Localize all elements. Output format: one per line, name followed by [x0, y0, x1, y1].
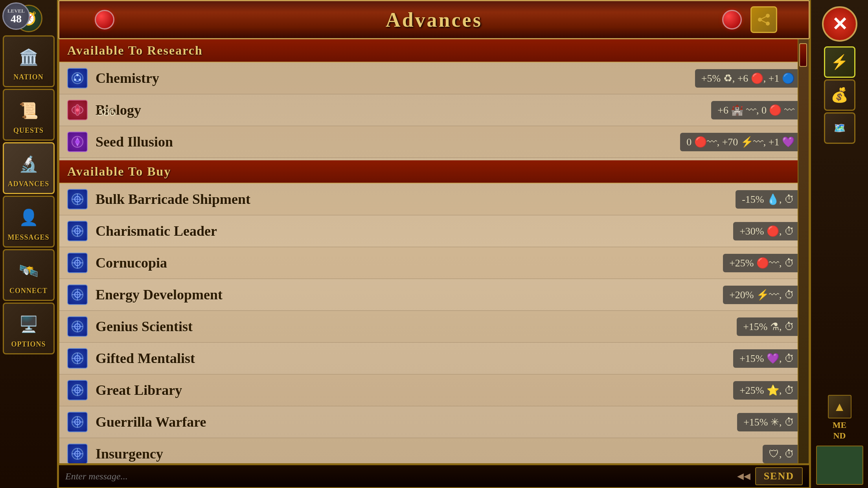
energy-development-name: Energy Development [96, 286, 723, 303]
genius-scientist-bonus: +15% ⚗, ⏱ [737, 317, 801, 336]
gifted-mentalist-name: Gifted Mentalist [96, 350, 733, 367]
cornucopia-bonus: +25% 🔴〰, ⏱ [723, 254, 801, 272]
sidebar-item-label-nation: Nation [13, 73, 44, 81]
svg-point-8 [79, 79, 81, 81]
sidebar-item-label-options: Options [11, 340, 46, 349]
seed-illusion-name: Seed Illusion [96, 134, 680, 150]
buy-section-header: Available to Buy [59, 160, 809, 183]
advance-row-insurgency[interactable]: Insurgency 🛡, ⏱ [59, 438, 809, 464]
research-header-text: Available to Research [67, 43, 203, 58]
sidebar-item-quests[interactable]: 📜 Quests [3, 89, 55, 141]
advances-icon: 🔬 [13, 149, 44, 180]
great-library-icon [67, 380, 88, 400]
me-nd-label: MEND [833, 420, 846, 441]
right-panel: ✕ ⚡ 💰 🗺️ ▲ MEND [810, 0, 868, 488]
sidebar-item-options[interactable]: 🖥️ Options [3, 303, 55, 354]
scrollbar-track[interactable] [798, 39, 809, 463]
great-library-bonus: +25% ⭐, ⏱ [733, 381, 801, 400]
svg-point-9 [74, 79, 76, 81]
seed-illusion-bonus: 0 🔴〰, +70 ⚡〰, +1 💜 [680, 133, 801, 151]
advance-row-chemistry[interactable]: Chemistry +5% ♻, +6 🔴, +1 🔵 [59, 62, 809, 94]
biology-icon [67, 100, 88, 120]
content-area: Available to Research Chemistry +5% ♻, +… [58, 39, 810, 464]
insurgency-icon [67, 444, 88, 464]
share-button[interactable] [750, 6, 777, 33]
research-section-header: Available to Research [59, 39, 809, 62]
advance-row-energy-development[interactable]: Energy Development +20% ⚡〰, ⏱ [59, 279, 809, 311]
charismatic-leader-bonus: +30% 🔴, ⏱ [733, 222, 801, 240]
genius-scientist-name: Genius Scientist [96, 318, 737, 335]
lightning-button[interactable]: ⚡ [824, 46, 855, 78]
connect-icon: 🛰️ [13, 255, 44, 287]
sidebar-item-nation[interactable]: 🏛️ Nation [3, 35, 55, 87]
scroll-up-button[interactable]: ▲ [828, 395, 851, 418]
advance-row-great-library[interactable]: Great Library +25% ⭐, ⏱ [59, 374, 809, 406]
svg-line-3 [760, 16, 768, 20]
close-button[interactable]: ✕ [822, 6, 857, 42]
chat-input[interactable] [65, 471, 737, 482]
advance-row-gifted-mentalist[interactable]: Gifted Mentalist +15% 💜, ⏱ [59, 343, 809, 374]
sidebar-item-label-advances: Advances [8, 180, 50, 188]
gifted-mentalist-bonus: +15% 💜, ⏱ [733, 349, 801, 368]
mini-map[interactable] [816, 446, 863, 485]
energy-development-bonus: +20% ⚡〰, ⏱ [723, 286, 801, 304]
sidebar-item-label-quests: Quests [13, 127, 44, 135]
genius-scientist-icon [67, 316, 88, 337]
advance-row-bulk-barricade[interactable]: Bulk Barricade Shipment -15% 💧, ⏱ [59, 183, 809, 215]
insurgency-bonus: 🛡, ⏱ [763, 445, 801, 463]
sidebar-item-label-connect: Connect [9, 287, 48, 295]
header-bar: Advances [58, 0, 810, 39]
level-number: 48 [11, 13, 22, 24]
advance-row-biology[interactable]: Biology +6 🏰 〰, 0 🔴 〰 [59, 94, 809, 126]
svg-point-0 [766, 14, 770, 18]
sidebar-item-messages[interactable]: 👤 Messages [3, 196, 55, 248]
quests-icon: 📜 [13, 95, 44, 127]
left-sidebar: Level 48 🧭 🏛️ Nation 📜 Quests 🔬 Advances… [0, 0, 58, 488]
chat-bar: ◀◀ SEND [58, 464, 810, 488]
great-library-name: Great Library [96, 382, 733, 398]
messages-icon: 👤 [13, 202, 44, 233]
advance-row-guerrilla-warfare[interactable]: Guerrilla Warfare +15% ✳, ⏱ [59, 406, 809, 438]
advance-row-genius-scientist[interactable]: Genius Scientist +15% ⚗, ⏱ [59, 311, 809, 343]
chemistry-name: Chemistry [96, 70, 695, 86]
coin-button[interactable]: 💰 [824, 79, 855, 111]
advance-row-charismatic-leader[interactable]: Charismatic Leader +30% 🔴, ⏱ [59, 215, 809, 247]
level-badge: Level 48 [2, 2, 30, 30]
bulk-barricade-bonus: -15% 💧, ⏱ [736, 190, 801, 209]
insurgency-name: Insurgency [96, 446, 763, 462]
advance-row-seed-illusion[interactable]: Seed Illusion 0 🔴〰, +70 ⚡〰, +1 💜 [59, 126, 809, 158]
left-gem [95, 10, 114, 29]
biology-name: Biology [96, 102, 711, 118]
send-button[interactable]: SEND [755, 467, 803, 485]
chemistry-icon [67, 68, 88, 88]
charismatic-leader-name: Charismatic Leader [96, 223, 733, 239]
bulk-barricade-name: Bulk Barricade Shipment [96, 191, 736, 207]
svg-line-4 [760, 20, 768, 24]
bulk-barricade-icon [67, 189, 88, 209]
svg-point-14 [75, 140, 79, 144]
options-icon: 🖥️ [13, 309, 44, 340]
sidebar-item-connect[interactable]: 🛰️ Connect [3, 249, 55, 301]
advance-row-cornucopia[interactable]: Cornucopia +25% 🔴〰, ⏱ [59, 247, 809, 279]
cornucopia-icon [67, 253, 88, 273]
sidebar-item-advances[interactable]: 🔬 Advances [3, 142, 55, 194]
right-gem [722, 10, 742, 29]
seed-illusion-icon [67, 132, 88, 152]
chat-prev-icon[interactable]: ◀◀ [737, 471, 750, 481]
guerrilla-warfare-icon [67, 412, 88, 432]
map-button[interactable]: 🗺️ [824, 112, 855, 144]
guerrilla-warfare-bonus: +15% ✳, ⏱ [737, 413, 801, 431]
chemistry-bonus: +5% ♻, +6 🔴, +1 🔵 [695, 69, 801, 88]
sidebar-item-label-messages: Messages [7, 233, 49, 242]
buy-header-text: Available to Buy [67, 164, 171, 179]
nation-icon: 🏛️ [13, 42, 44, 73]
svg-point-7 [76, 74, 79, 76]
page-title: Advances [386, 8, 482, 31]
charismatic-leader-icon [67, 221, 88, 241]
guerrilla-warfare-name: Guerrilla Warfare [96, 414, 737, 430]
svg-point-12 [76, 108, 79, 112]
main-panel: Advances Available to Research [58, 0, 810, 471]
energy-development-icon [67, 284, 88, 305]
scrollbar-thumb[interactable] [799, 43, 807, 67]
biology-bonus: +6 🏰 〰, 0 🔴 〰 [711, 101, 801, 119]
